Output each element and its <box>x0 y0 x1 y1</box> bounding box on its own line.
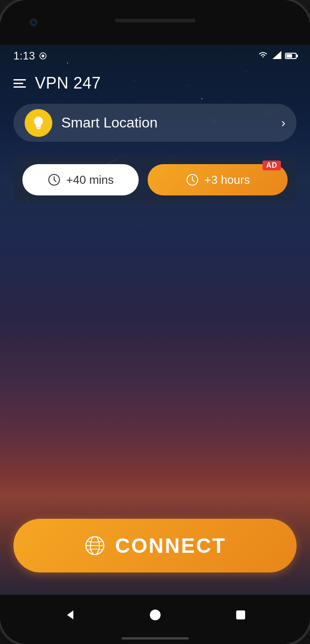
nav-home-button[interactable] <box>146 606 164 624</box>
status-left: 1:13 <box>13 50 47 62</box>
nav-back-button[interactable] <box>61 606 79 624</box>
content-spacer <box>13 213 297 519</box>
timer-section: +40 mins AD +3 hours <box>13 155 297 204</box>
front-camera <box>29 18 38 27</box>
chevron-right-icon: › <box>281 116 285 130</box>
timer-40mins-button[interactable]: +40 mins <box>22 164 139 195</box>
status-bar: 1:13 <box>0 45 310 67</box>
phone-frame: 1:13 <box>0 0 310 644</box>
timer-3hours-button[interactable]: AD +3 hours <box>148 164 288 195</box>
bottom-pill-bar <box>122 637 189 640</box>
top-bezel <box>0 0 310 45</box>
app-main-content: VPN 247 Smart Location › <box>0 67 310 595</box>
smart-location-label: Smart Location <box>61 114 281 131</box>
content-area: 1:13 <box>0 45 310 595</box>
smart-location-icon-circle <box>25 109 52 137</box>
svg-marker-2 <box>272 51 281 59</box>
globe-icon <box>84 534 106 557</box>
menu-button[interactable] <box>13 79 26 88</box>
connect-label: CONNECT <box>115 534 226 558</box>
bottom-nav <box>0 595 310 635</box>
phone-screen: 1:13 <box>0 0 310 644</box>
svg-rect-10 <box>236 610 245 619</box>
nav-recents-button[interactable] <box>232 606 250 624</box>
svg-point-1 <box>42 55 44 57</box>
ad-badge: AD <box>263 161 281 170</box>
timer-3hours-label: +3 hours <box>204 173 250 187</box>
svg-marker-8 <box>67 610 73 619</box>
notification-icon <box>39 52 47 60</box>
connect-button-wrapper: CONNECT <box>13 519 297 595</box>
smart-location-button[interactable]: Smart Location › <box>13 104 297 142</box>
app-header: VPN 247 <box>13 67 297 104</box>
wifi-icon <box>257 51 269 61</box>
connect-button[interactable]: CONNECT <box>13 519 297 572</box>
battery-icon <box>285 53 297 59</box>
signal-icon <box>272 51 281 61</box>
status-time: 1:13 <box>13 50 35 62</box>
hamburger-line-2 <box>13 83 23 84</box>
app-title: VPN 247 <box>35 74 101 93</box>
status-right <box>257 51 297 61</box>
bottom-pill <box>0 635 310 644</box>
speaker-grille <box>115 19 195 22</box>
timer-40mins-label: +40 mins <box>66 173 114 187</box>
hamburger-line-3 <box>13 86 26 88</box>
svg-point-9 <box>150 610 161 620</box>
hamburger-line-1 <box>13 79 26 80</box>
